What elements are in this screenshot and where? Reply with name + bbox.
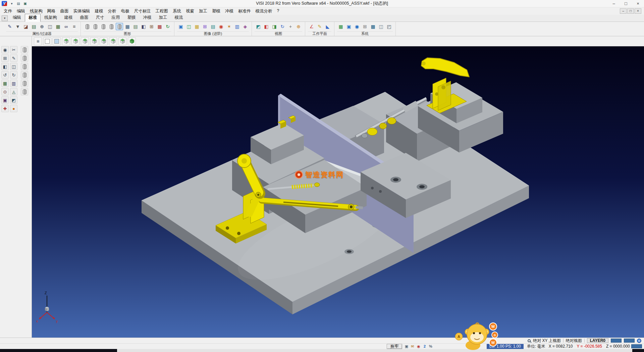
solid-icon[interactable]: ▣: [1, 96, 9, 104]
tab-8[interactable]: 塑膜: [124, 14, 140, 21]
grid-snap-icon[interactable]: ⊞: [1, 54, 9, 62]
mesh-icon[interactable]: ▦: [1, 80, 9, 87]
filter-layer-5-icon[interactable]: [21, 80, 28, 87]
view-front-icon[interactable]: ◧: [263, 23, 270, 30]
filter-drop-icon[interactable]: ▼: [14, 23, 21, 30]
match-properties-icon[interactable]: ⊕: [38, 23, 46, 30]
filter-layer-6-icon[interactable]: [21, 88, 28, 95]
system-menu-icon[interactable]: ▾: [9, 1, 15, 6]
tab-5[interactable]: 曲面: [76, 14, 92, 21]
options-list-icon[interactable]: ≡: [70, 23, 78, 30]
tab-2[interactable]: 标准: [25, 14, 41, 22]
app-logo-icon[interactable]: V: [2, 1, 7, 6]
cube-back-view-icon[interactable]: [100, 37, 108, 45]
image-star-icon[interactable]: ✶: [225, 23, 233, 30]
render-options-icon[interactable]: ⊞: [148, 23, 155, 30]
layer-active-icon[interactable]: [116, 23, 123, 30]
grid-display-icon[interactable]: ▦: [124, 23, 131, 30]
viewport-3d[interactable]: Z x y 智造资料网: [32, 46, 644, 338]
triangle-icon[interactable]: ◬: [10, 88, 17, 95]
view-iso-icon[interactable]: ◩: [255, 23, 262, 30]
cube-front-view-icon[interactable]: [71, 37, 79, 45]
image-grid-icon[interactable]: ▦: [193, 23, 201, 30]
view-mode[interactable]: 绝对视图: [566, 338, 582, 344]
filter-layer-1-icon[interactable]: [21, 46, 28, 53]
selection-icon[interactable]: ◫: [46, 23, 54, 30]
white-background-icon[interactable]: [43, 37, 51, 45]
corner-icon[interactable]: ◩: [10, 96, 17, 104]
system-calc-icon[interactable]: ◰: [385, 23, 393, 30]
image-capture-icon[interactable]: ▣: [177, 23, 184, 30]
tab-dropdown-icon[interactable]: ▼: [2, 15, 8, 21]
magnifier-icon[interactable]: [528, 339, 531, 342]
status-display-icon[interactable]: ▣: [404, 344, 410, 349]
layer-2-icon[interactable]: [92, 23, 99, 30]
status-mail-icon[interactable]: ✉: [410, 344, 416, 349]
cube-top-view-icon[interactable]: [62, 37, 70, 45]
system-display-icon[interactable]: ▣: [345, 23, 353, 30]
image-rows-icon[interactable]: ▤: [209, 23, 217, 30]
image-tiles-icon[interactable]: ⊞: [201, 23, 209, 30]
image-target-icon[interactable]: ◉: [217, 23, 225, 30]
panel-view-icon[interactable]: ◫: [10, 63, 17, 70]
status-record-icon[interactable]: ◉: [416, 344, 422, 349]
target-icon[interactable]: ⊙: [1, 88, 9, 95]
quick-save-icon[interactable]: ▣: [22, 1, 28, 6]
redo-icon[interactable]: ↻: [10, 71, 17, 79]
system-config-icon[interactable]: ◫: [377, 23, 385, 30]
menu-item-18[interactable]: 模流分析: [253, 8, 275, 15]
system-grid-icon[interactable]: ▦: [337, 23, 344, 30]
cube-iso-2-icon[interactable]: [118, 37, 126, 45]
zoom-select-icon[interactable]: ◉: [1, 46, 9, 53]
mdi-minimize-button[interactable]: –: [620, 8, 627, 14]
cube-shaded-icon[interactable]: [128, 37, 136, 45]
image-columns-icon[interactable]: ▥: [233, 23, 241, 30]
view-side-icon[interactable]: ◨: [271, 23, 278, 30]
world-icon[interactable]: ◍: [637, 339, 641, 343]
image-diamond-icon[interactable]: ◈: [241, 23, 249, 30]
image-window-icon[interactable]: ◫: [185, 23, 193, 30]
layer-1-icon[interactable]: [84, 23, 91, 30]
tab-6[interactable]: 尺寸: [92, 14, 108, 21]
tab-9[interactable]: 冲模: [140, 14, 155, 21]
sketch-icon[interactable]: ✎: [10, 54, 17, 62]
blue-background-icon[interactable]: [53, 37, 61, 45]
wireframe-icon[interactable]: ▤: [132, 23, 139, 30]
layer-chip[interactable]: LAYER0: [587, 338, 608, 343]
view-zoom-icon[interactable]: ⊕: [295, 23, 302, 30]
shading-icon[interactable]: ◧: [140, 23, 147, 30]
undo-icon[interactable]: ↺: [1, 71, 9, 79]
mdi-close-button[interactable]: ×: [635, 8, 641, 14]
menu-item-16[interactable]: 冲模: [223, 8, 236, 15]
trim-icon[interactable]: ✂: [10, 46, 17, 53]
taskbar-window-segment[interactable]: [117, 349, 632, 352]
tab-10[interactable]: 加工: [155, 14, 171, 21]
cube-right-view-icon[interactable]: [90, 37, 98, 45]
menu-item-15[interactable]: 塑模: [210, 8, 223, 15]
tab-11[interactable]: 模流: [171, 14, 187, 21]
columns-icon[interactable]: ▥: [10, 80, 17, 87]
viewport-menu-icon[interactable]: ≡: [34, 37, 42, 45]
tab-1[interactable]: 编辑: [9, 14, 25, 21]
properties-pencil-icon[interactable]: ✎: [6, 23, 13, 30]
workplane-edit-icon[interactable]: ✎: [316, 23, 323, 30]
view-rotate-icon[interactable]: ↻: [279, 23, 286, 30]
system-table-icon[interactable]: ▩: [369, 23, 377, 30]
tab-3[interactable]: 线架构: [41, 14, 61, 21]
menu-item-19[interactable]: ?: [275, 8, 282, 15]
filter-layer-3-icon[interactable]: [21, 63, 28, 70]
filter-layer-2-icon[interactable]: [21, 54, 28, 62]
add-icon[interactable]: ✚: [1, 105, 9, 112]
cube-iso-1-icon[interactable]: [109, 37, 117, 45]
view-pan-icon[interactable]: +: [287, 23, 294, 30]
minimize-button[interactable]: –: [608, 0, 620, 7]
restore-button[interactable]: □: [620, 0, 632, 7]
workplane-axis-icon[interactable]: ◣: [324, 23, 331, 30]
os-taskbar[interactable]: [0, 349, 644, 352]
layer-4-icon[interactable]: [108, 23, 115, 30]
quick-new-icon[interactable]: ▤: [15, 1, 21, 6]
workplane-angle-icon[interactable]: ∠: [308, 23, 315, 30]
half-view-icon[interactable]: ◧: [1, 63, 9, 70]
status-percent-icon[interactable]: %: [428, 344, 434, 349]
layer-3-icon[interactable]: [100, 23, 107, 30]
